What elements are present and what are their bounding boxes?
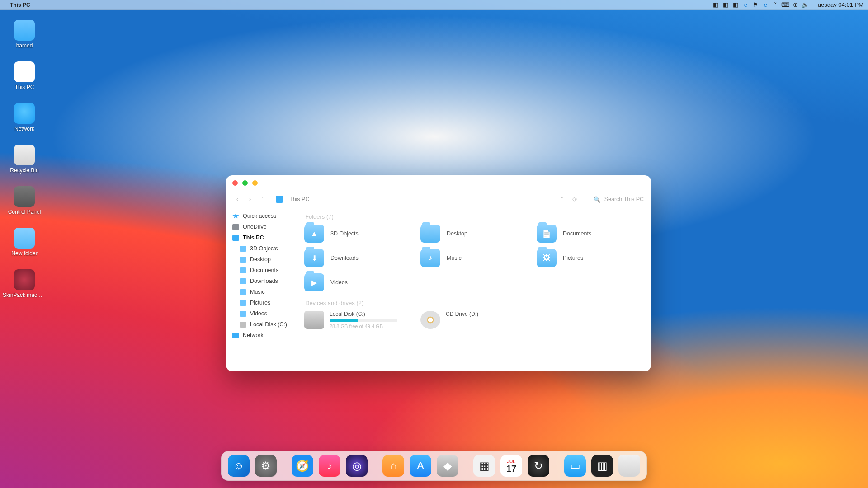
tray-network-icon[interactable]: ⊕ bbox=[792, 1, 799, 9]
desktop-icon-control-panel[interactable]: Control Panel bbox=[3, 186, 46, 215]
folder-icon bbox=[240, 257, 246, 263]
folder-pictures[interactable]: 🖼 Pictures bbox=[537, 249, 642, 267]
dock-show-desktop[interactable]: ▭ bbox=[564, 455, 586, 477]
maximize-icon[interactable] bbox=[252, 180, 258, 186]
pc-icon bbox=[232, 235, 239, 241]
desktop-icon-this-pc[interactable]: This PC bbox=[3, 61, 46, 90]
desktop-icon-network[interactable]: Network bbox=[3, 103, 46, 132]
folder-label: Pictures bbox=[563, 255, 583, 261]
folders-header[interactable]: Folders (7) bbox=[305, 213, 642, 220]
folder-label: Videos bbox=[330, 279, 348, 286]
sidebar-item-label: Documents bbox=[250, 267, 278, 273]
sidebar-item-3d-objects[interactable]: 3D Objects bbox=[226, 243, 301, 254]
minimize-icon[interactable] bbox=[242, 180, 248, 186]
desktop-icon-label: Control Panel bbox=[8, 209, 41, 215]
sidebar-item-music[interactable]: Music bbox=[226, 286, 301, 297]
search-box[interactable]: 🔍 Search This PC bbox=[594, 196, 644, 203]
folder-videos[interactable]: ▶ Videos bbox=[304, 273, 410, 291]
drive-usage-bar bbox=[330, 319, 397, 322]
toolbar: ‹ › ˄ This PC ˅ ⟳ 🔍 Search This PC bbox=[226, 191, 651, 208]
desktop-icon-recycle-bin[interactable]: Recycle Bin bbox=[3, 145, 46, 174]
folder-icon: ⬇ bbox=[304, 249, 324, 267]
tray-security-icon[interactable]: ⚑ bbox=[752, 1, 759, 9]
folder-label: Desktop bbox=[447, 230, 467, 237]
desktop-icon-label: Network bbox=[14, 126, 34, 132]
star-icon bbox=[232, 213, 239, 219]
folder-icon: 🖼 bbox=[537, 249, 557, 267]
tray-icon-2[interactable]: ◧ bbox=[722, 1, 729, 9]
network-icon bbox=[232, 333, 239, 338]
menubar-app-name[interactable]: This PC bbox=[10, 2, 30, 8]
desktop-icons: hamed This PC Network Recycle Bin Contro… bbox=[3, 20, 46, 298]
nav-up-icon[interactable]: ˄ bbox=[259, 197, 267, 202]
nav-forward-icon[interactable]: › bbox=[246, 196, 254, 202]
tray-keyboard-icon[interactable]: ⌨ bbox=[782, 1, 789, 9]
sidebar-item-label: Videos bbox=[250, 310, 267, 317]
drives-header[interactable]: Devices and drives (2) bbox=[305, 300, 642, 306]
folder-icon: ▶ bbox=[304, 273, 324, 291]
dock-home[interactable]: ⌂ bbox=[382, 455, 404, 477]
calendar-day: 17 bbox=[506, 464, 516, 473]
folder-desktop[interactable]: Desktop bbox=[420, 225, 526, 243]
breadcrumb-dropdown-icon[interactable]: ˅ bbox=[558, 196, 566, 203]
breadcrumb[interactable]: This PC bbox=[289, 196, 309, 202]
sidebar-item-documents[interactable]: Documents bbox=[226, 265, 301, 276]
explorer-window: ‹ › ˄ This PC ˅ ⟳ 🔍 Search This PC Quick… bbox=[226, 175, 651, 371]
desktop-icon-label: Recycle Bin bbox=[10, 167, 38, 174]
close-icon[interactable] bbox=[232, 180, 238, 186]
folder-icon bbox=[420, 225, 440, 243]
dock-bootcamp[interactable]: ◆ bbox=[437, 455, 458, 477]
tray-chevron-icon[interactable]: ˅ bbox=[772, 1, 779, 9]
folder-label: 3D Objects bbox=[330, 230, 359, 237]
dock-siri[interactable]: ◎ bbox=[346, 455, 368, 477]
tray-edge-icon[interactable]: e bbox=[742, 1, 749, 9]
dock-safari[interactable]: 🧭 bbox=[292, 455, 313, 477]
system-tray: ◧ ◧ ◧ e ⚑ e ˅ ⌨ ⊕ 🔈 Tuesday 04:01 PM bbox=[712, 1, 863, 9]
cloud-icon bbox=[232, 224, 239, 230]
dock-trash[interactable] bbox=[618, 455, 640, 477]
tray-volume-icon[interactable]: 🔈 bbox=[802, 1, 809, 9]
sidebar-item-videos[interactable]: Videos bbox=[226, 308, 301, 319]
dock-appstore[interactable]: A bbox=[410, 455, 431, 477]
drive-local-c[interactable]: Local Disk (C:) 28.8 GB free of 49.4 GB bbox=[304, 311, 410, 329]
tray-icon-1[interactable]: ◧ bbox=[712, 1, 719, 9]
dock-mission-ctrl[interactable]: ▥ bbox=[591, 455, 613, 477]
sidebar-onedrive[interactable]: OneDrive bbox=[226, 221, 301, 232]
content-pane: Folders (7) ▲ 3D Objects Desktop 📄 Docum… bbox=[301, 208, 651, 371]
menubar-clock[interactable]: Tuesday 04:01 PM bbox=[814, 1, 863, 8]
nav-back-icon[interactable]: ‹ bbox=[233, 196, 241, 202]
dock-calendar[interactable]: JUL 17 bbox=[500, 455, 522, 477]
tray-icon-3[interactable]: ◧ bbox=[732, 1, 739, 9]
desktop-icon-user-folder[interactable]: hamed bbox=[3, 20, 46, 49]
sidebar-item-label: OneDrive bbox=[243, 224, 267, 230]
folder-3d-objects[interactable]: ▲ 3D Objects bbox=[304, 225, 410, 243]
sidebar-item-pictures[interactable]: Pictures bbox=[226, 297, 301, 308]
sidebar-item-label: Desktop bbox=[250, 256, 271, 263]
folder-documents[interactable]: 📄 Documents bbox=[537, 225, 642, 243]
sidebar: Quick access OneDrive This PC 3D Objects… bbox=[226, 208, 301, 371]
dock-music[interactable]: ♪ bbox=[319, 455, 340, 477]
sidebar-quick-access[interactable]: Quick access bbox=[226, 211, 301, 221]
tray-edge2-icon[interactable]: e bbox=[762, 1, 769, 9]
folder-downloads[interactable]: ⬇ Downloads bbox=[304, 249, 410, 267]
sidebar-item-downloads[interactable]: Downloads bbox=[226, 276, 301, 286]
sidebar-this-pc[interactable]: This PC bbox=[226, 232, 301, 243]
desktop-icon-new-folder[interactable]: New folder bbox=[3, 228, 46, 257]
folder-music[interactable]: ♪ Music bbox=[420, 249, 526, 267]
dock-timemachine[interactable]: ↻ bbox=[528, 455, 549, 477]
titlebar[interactable] bbox=[226, 175, 651, 191]
drives-grid: Local Disk (C:) 28.8 GB free of 49.4 GB … bbox=[304, 311, 642, 329]
drive-cd-d[interactable]: CD Drive (D:) bbox=[420, 311, 526, 329]
sidebar-network[interactable]: Network bbox=[226, 330, 301, 341]
desktop-icon-skinpack[interactable]: SkinPack macOS B... bbox=[3, 269, 46, 298]
dock-finder[interactable]: ☺ bbox=[228, 455, 250, 477]
dock-launchpad[interactable]: ▦ bbox=[473, 455, 495, 477]
folders-grid: ▲ 3D Objects Desktop 📄 Documents ⬇ Downl… bbox=[304, 225, 642, 291]
menubar: This PC ◧ ◧ ◧ e ⚑ e ˅ ⌨ ⊕ 🔈 Tuesday 04:0… bbox=[0, 0, 868, 10]
dock-settings[interactable]: ⚙ bbox=[255, 455, 277, 477]
refresh-icon[interactable]: ⟳ bbox=[571, 196, 579, 203]
calendar-month: JUL bbox=[507, 459, 516, 464]
sidebar-item-local-disk-c-[interactable]: Local Disk (C:) bbox=[226, 319, 301, 330]
sidebar-item-desktop[interactable]: Desktop bbox=[226, 254, 301, 265]
user-folder-icon bbox=[14, 20, 35, 41]
